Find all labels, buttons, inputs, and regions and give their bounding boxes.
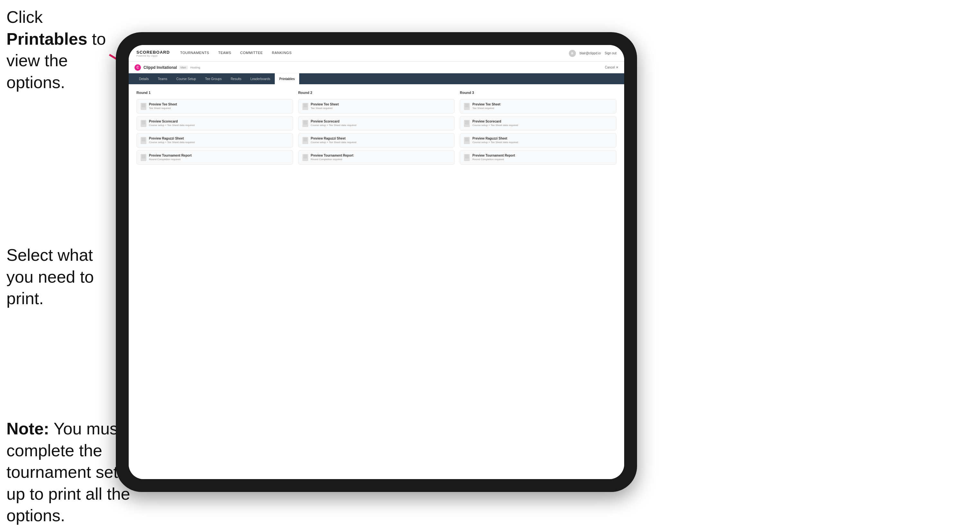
round-2-tee-sheet-card[interactable]: Preview Tee Sheet Tee Sheet required — [298, 99, 455, 114]
round-2-scorecard-card[interactable]: Preview Scorecard Course setup + Tee She… — [298, 116, 455, 130]
round-2-title: Round 2 — [298, 90, 455, 95]
card-title: Preview Tee Sheet — [311, 103, 451, 106]
tab-course-setup[interactable]: Course Setup — [172, 73, 200, 84]
nav-tournaments[interactable]: TOURNAMENTS — [180, 51, 209, 56]
card-subtitle: Course setup + Tee Sheet data required — [149, 124, 289, 127]
rounds-grid: Round 1 Preview Tee Sheet Tee Sheet requ… — [137, 90, 616, 165]
tab-details[interactable]: Details — [135, 73, 153, 84]
nav-committee[interactable]: COMMITTEE — [240, 51, 263, 56]
tab-tee-groups[interactable]: Tee Groups — [200, 73, 226, 84]
annotation-middle: Select what you need to print. — [6, 244, 122, 310]
tournament-name: Clippd Invitational — [143, 65, 177, 70]
card-title: Preview Scorecard — [149, 120, 289, 123]
doc-icon — [141, 154, 146, 161]
doc-icon — [302, 103, 308, 110]
doc-icon — [464, 103, 470, 110]
card-title: Preview Tee Sheet — [472, 103, 612, 106]
nav-teams[interactable]: TEAMS — [218, 51, 231, 56]
card-title: Preview Tournament Report — [149, 154, 289, 157]
card-subtitle: Course setup + Tee Sheet data required — [311, 141, 451, 144]
main-content: Round 1 Preview Tee Sheet Tee Sheet requ… — [129, 84, 624, 479]
round-3-column: Round 3 Preview Tee Sheet Tee Sheet requ… — [460, 90, 616, 165]
sub-tabs: Details Teams Course Setup Tee Groups Re… — [129, 73, 624, 84]
doc-icon — [141, 103, 146, 110]
nav-rankings[interactable]: RANKINGS — [272, 51, 291, 56]
doc-icon — [302, 120, 308, 127]
round-1-column: Round 1 Preview Tee Sheet Tee Sheet requ… — [137, 90, 293, 165]
doc-icon — [464, 137, 470, 144]
logo-scoreboard: SCOREBOARD — [137, 50, 170, 55]
card-subtitle: Course setup + Tee Sheet data required — [472, 124, 612, 127]
card-subtitle: Round Completion required — [149, 158, 289, 161]
card-title: Preview Raguzzi Sheet — [149, 137, 289, 140]
card-title: Preview Raguzzi Sheet — [311, 137, 451, 140]
card-subtitle: Tee Sheet required — [149, 107, 289, 110]
tab-leaderboards[interactable]: Leaderboards — [246, 73, 275, 84]
card-title: Preview Tee Sheet — [149, 103, 289, 106]
round-1-tournament-report-card[interactable]: Preview Tournament Report Round Completi… — [137, 150, 293, 165]
round-2-column: Round 2 Preview Tee Sheet Tee Sheet requ… — [298, 90, 455, 165]
round-1-title: Round 1 — [137, 90, 293, 95]
doc-icon — [302, 154, 308, 161]
logo-area: SCOREBOARD Powered by clippd — [137, 50, 170, 57]
doc-icon — [302, 137, 308, 144]
card-subtitle: Course setup + Tee Sheet data required — [311, 124, 451, 127]
round-1-raguzzi-card[interactable]: Preview Raguzzi Sheet Course setup + Tee… — [137, 133, 293, 148]
card-subtitle: Course setup + Tee Sheet data required — [149, 141, 289, 144]
tournament-logo: C — [135, 64, 141, 71]
tournament-bar: C Clippd Invitational Men Hosting Cancel… — [129, 62, 624, 73]
card-title: Preview Tournament Report — [472, 154, 612, 157]
round-3-tournament-report-card[interactable]: Preview Tournament Report Round Completi… — [460, 150, 616, 165]
top-nav-links: TOURNAMENTS TEAMS COMMITTEE RANKINGS — [180, 51, 569, 56]
tab-results[interactable]: Results — [226, 73, 246, 84]
doc-icon — [464, 154, 470, 161]
tab-teams[interactable]: Teams — [153, 73, 172, 84]
cancel-button[interactable]: Cancel ✕ — [605, 66, 618, 69]
card-title: Preview Raguzzi Sheet — [472, 137, 612, 140]
tablet-screen: SCOREBOARD Powered by clippd TOURNAMENTS… — [129, 45, 624, 479]
top-nav-right: B blair@clippd.io Sign out — [569, 50, 616, 57]
round-3-title: Round 3 — [460, 90, 616, 95]
annotation-top: Click Printables to view the options. — [6, 6, 116, 93]
sign-out-link[interactable]: Sign out — [605, 51, 616, 55]
round-2-raguzzi-card[interactable]: Preview Raguzzi Sheet Course setup + Tee… — [298, 133, 455, 148]
top-nav: SCOREBOARD Powered by clippd TOURNAMENTS… — [129, 45, 624, 62]
tab-printables[interactable]: Printables — [275, 73, 299, 84]
tablet-frame: SCOREBOARD Powered by clippd TOURNAMENTS… — [116, 32, 637, 492]
card-subtitle: Round Completion required — [311, 158, 451, 161]
card-subtitle: Tee Sheet required — [311, 107, 451, 110]
logo-sub: Powered by clippd — [137, 55, 170, 57]
tournament-badge: Men — [179, 66, 188, 70]
user-email: blair@clippd.io — [580, 51, 601, 55]
round-2-tournament-report-card[interactable]: Preview Tournament Report Round Completi… — [298, 150, 455, 165]
round-1-scorecard-card[interactable]: Preview Scorecard Course setup + Tee She… — [137, 116, 293, 130]
round-3-scorecard-card[interactable]: Preview Scorecard Course setup + Tee She… — [460, 116, 616, 130]
card-title: Preview Tournament Report — [311, 154, 451, 157]
round-3-raguzzi-card[interactable]: Preview Raguzzi Sheet Course setup + Tee… — [460, 133, 616, 148]
round-3-tee-sheet-card[interactable]: Preview Tee Sheet Tee Sheet required — [460, 99, 616, 114]
doc-icon — [464, 120, 470, 127]
tournament-status: Hosting — [191, 66, 200, 69]
card-subtitle: Tee Sheet required — [472, 107, 612, 110]
user-avatar: B — [569, 50, 576, 57]
doc-icon — [141, 120, 146, 127]
doc-icon — [141, 137, 146, 144]
card-title: Preview Scorecard — [311, 120, 451, 123]
card-subtitle: Round Completion required — [472, 158, 612, 161]
round-1-tee-sheet-card[interactable]: Preview Tee Sheet Tee Sheet required — [137, 99, 293, 114]
card-title: Preview Scorecard — [472, 120, 612, 123]
card-subtitle: Course setup + Tee Sheet data required — [472, 141, 612, 144]
